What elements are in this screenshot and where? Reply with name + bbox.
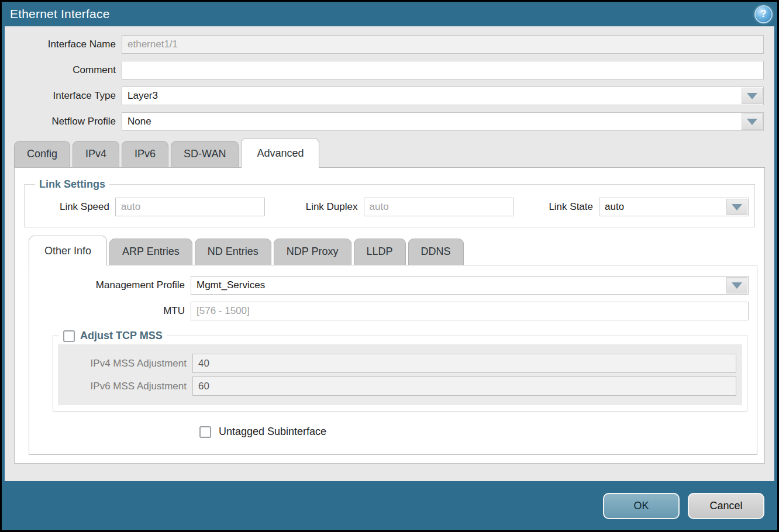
chevron-down-icon	[732, 204, 742, 210]
link-speed-label: Link Speed	[30, 201, 115, 213]
interface-type-row: Interface Type Layer3	[5, 87, 764, 105]
link-state-label: Link State	[524, 201, 599, 213]
link-speed-field[interactable]	[115, 198, 265, 216]
ipv4-mss-field: 40	[192, 354, 736, 373]
ipv4-mss-label: IPv4 MSS Adjustment	[58, 358, 192, 369]
management-profile-select[interactable]: Mgmt_Services	[191, 276, 749, 295]
mtu-row: MTU	[37, 302, 749, 320]
adjust-tcp-mss-checkbox[interactable]	[63, 330, 75, 342]
comment-field[interactable]	[122, 61, 764, 80]
management-profile-row: Management Profile Mgmt_Services	[37, 276, 749, 295]
interface-type-label: Interface Type	[5, 90, 122, 102]
cancel-button[interactable]: Cancel	[688, 493, 764, 519]
link-state-select[interactable]: auto	[599, 198, 749, 216]
tab-ipv4[interactable]: IPv4	[73, 141, 119, 167]
tab-advanced[interactable]: Advanced	[241, 138, 319, 168]
chevron-down-icon	[747, 119, 757, 125]
mtu-label: MTU	[37, 305, 191, 317]
secondary-tab-bar: Other Info ARP Entries ND Entries NDP Pr…	[29, 236, 757, 265]
advanced-tab-panel: Link Settings Link Speed Link Duplex Lin…	[14, 167, 765, 464]
tab-nd-entries[interactable]: ND Entries	[195, 239, 271, 265]
dialog-body: Interface Name Comment Interface Type La…	[5, 26, 774, 481]
management-profile-dropdown-button[interactable]	[726, 277, 747, 293]
link-settings-fieldset: Link Settings Link Speed Link Duplex Lin…	[24, 178, 755, 227]
chevron-down-icon	[747, 93, 757, 99]
management-profile-value: Mgmt_Services	[191, 277, 726, 294]
dialog-title: Ethernet Interface	[10, 7, 110, 21]
link-duplex-label: Link Duplex	[276, 201, 364, 213]
adjust-tcp-mss-label: Adjust TCP MSS	[80, 330, 163, 342]
interface-name-row: Interface Name	[5, 35, 764, 54]
netflow-profile-row: Netflow Profile None	[5, 112, 764, 131]
comment-label: Comment	[5, 64, 122, 76]
netflow-profile-select[interactable]: None	[122, 112, 764, 131]
management-profile-label: Management Profile	[37, 279, 191, 291]
link-duplex-field[interactable]	[364, 198, 513, 216]
title-bar: Ethernet Interface ?	[2, 2, 777, 26]
tab-ndp-proxy[interactable]: NDP Proxy	[274, 239, 351, 265]
netflow-profile-value: None	[122, 113, 741, 130]
ipv6-mss-field: 60	[192, 376, 736, 396]
chevron-down-icon	[732, 282, 742, 289]
untagged-subinterface-row: Untagged Subinterface	[199, 426, 749, 438]
ok-button[interactable]: OK	[603, 493, 680, 519]
untagged-subinterface-checkbox[interactable]	[199, 426, 211, 438]
tab-ipv6[interactable]: IPv6	[122, 141, 168, 167]
netflow-profile-dropdown-button[interactable]	[742, 113, 763, 130]
primary-tab-bar: Config IPv4 IPv6 SD-WAN Advanced	[14, 138, 774, 167]
tab-other-info[interactable]: Other Info	[29, 236, 107, 265]
link-state-value: auto	[599, 198, 726, 216]
adjust-tcp-mss-legend: Adjust TCP MSS	[59, 330, 167, 342]
help-icon[interactable]: ?	[756, 6, 771, 22]
untagged-subinterface-label: Untagged Subinterface	[219, 426, 326, 438]
interface-name-field	[122, 35, 764, 54]
interface-type-value: Layer3	[122, 87, 741, 105]
tab-sdwan[interactable]: SD-WAN	[171, 141, 239, 167]
link-settings-row: Link Speed Link Duplex Link State auto	[30, 198, 749, 216]
link-state-dropdown-button[interactable]	[726, 199, 747, 215]
other-info-panel: Management Profile Mgmt_Services MTU	[29, 265, 757, 455]
interface-type-select[interactable]: Layer3	[122, 87, 764, 105]
dialog-frame: Ethernet Interface ? Interface Name Comm…	[2, 2, 777, 530]
mtu-field[interactable]	[191, 302, 749, 320]
dialog-window: Ethernet Interface ? Interface Name Comm…	[0, 0, 779, 532]
netflow-profile-label: Netflow Profile	[5, 116, 122, 127]
link-settings-legend: Link Settings	[35, 178, 109, 191]
tab-lldp[interactable]: LLDP	[354, 239, 406, 265]
tab-ddns[interactable]: DDNS	[408, 239, 464, 265]
comment-row: Comment	[5, 61, 764, 80]
adjust-tcp-mss-fieldset: Adjust TCP MSS IPv4 MSS Adjustment 40 IP…	[53, 330, 747, 412]
interface-name-label: Interface Name	[5, 39, 122, 50]
footer-bar: OK Cancel	[2, 481, 777, 530]
ipv6-mss-row: IPv6 MSS Adjustment 60	[58, 376, 736, 396]
tab-arp-entries[interactable]: ARP Entries	[109, 239, 192, 265]
ipv6-mss-label: IPv6 MSS Adjustment	[58, 381, 192, 392]
tab-config[interactable]: Config	[14, 141, 70, 167]
mss-disabled-box: IPv4 MSS Adjustment 40 IPv6 MSS Adjustme…	[58, 344, 742, 405]
interface-type-dropdown-button[interactable]	[742, 88, 763, 104]
ipv4-mss-row: IPv4 MSS Adjustment 40	[58, 354, 736, 373]
